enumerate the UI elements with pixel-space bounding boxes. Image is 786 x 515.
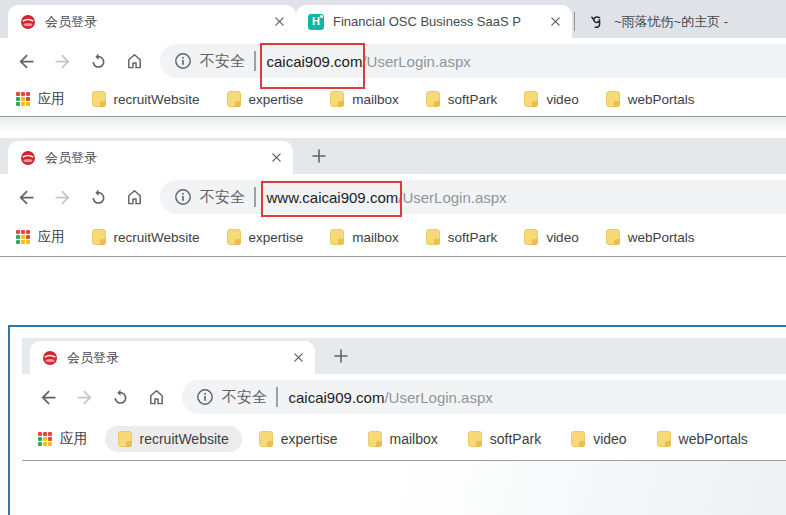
security-label: 不安全 <box>200 52 245 71</box>
bookmark-mailbox[interactable]: mailbox <box>330 229 399 245</box>
url-domain: www.caicai909.com <box>267 189 399 206</box>
apps-grid-icon <box>16 92 30 106</box>
bookmark-recruitwebsite[interactable]: recruitWebsite <box>105 426 242 452</box>
apps-grid-icon <box>38 432 52 446</box>
folder-icon <box>330 229 344 245</box>
page-content-strip <box>0 117 786 130</box>
info-icon[interactable] <box>174 52 192 70</box>
bookmark-label: 应用 <box>60 430 88 448</box>
folder-icon <box>227 229 241 245</box>
url-path: /UserLogin.aspx <box>398 189 506 206</box>
folder-icon <box>606 91 620 107</box>
forward-icon[interactable] <box>44 44 80 78</box>
folder-icon <box>524 229 538 245</box>
bookmarks-bar: 应用 recruitWebsite expertise mailbox soft… <box>22 420 786 460</box>
bookmark-label: 应用 <box>38 90 65 108</box>
bookmark-expertise[interactable]: expertise <box>259 431 338 447</box>
bookmark-mailbox[interactable]: mailbox <box>368 431 438 447</box>
reload-icon[interactable] <box>80 180 116 214</box>
close-tab-icon[interactable] <box>267 149 285 167</box>
bookmark-recruitwebsite[interactable]: recruitWebsite <box>92 229 200 245</box>
tab-separator <box>574 12 575 31</box>
bookmark-video[interactable]: video <box>571 431 626 447</box>
tab-title: 会员登录 <box>45 149 258 167</box>
bookmark-label: recruitWebsite <box>114 92 200 107</box>
toolbar: 不安全 caicai909.com /UserLogin.aspx <box>0 38 786 84</box>
folder-icon <box>259 431 273 447</box>
folder-icon <box>118 431 132 447</box>
home-icon[interactable] <box>116 44 152 78</box>
h-logo-favicon: H <box>308 14 324 30</box>
bookmark-label: video <box>546 92 578 107</box>
bookmark-webportals[interactable]: webPortals <box>657 431 748 447</box>
bookmark-label: webPortals <box>628 92 695 107</box>
url-divider <box>276 387 278 407</box>
folder-icon <box>426 91 440 107</box>
new-tab-icon[interactable] <box>305 142 333 170</box>
bookmark-webportals[interactable]: webPortals <box>606 91 695 107</box>
info-icon[interactable] <box>196 388 214 406</box>
url-divider <box>254 187 256 207</box>
address-bar[interactable]: 不安全 caicai909.com /UserLogin.aspx <box>182 380 786 414</box>
bookmark-label: softPark <box>448 230 498 245</box>
url-divider <box>254 51 256 71</box>
close-tab-icon[interactable] <box>546 13 564 31</box>
tab-member-login[interactable]: 会员登录 <box>8 5 296 38</box>
bookmark-softpark[interactable]: softPark <box>426 91 498 107</box>
bookmark-softpark[interactable]: softPark <box>426 229 498 245</box>
info-icon[interactable] <box>174 188 192 206</box>
folder-icon <box>657 431 671 447</box>
browser-window-1: 会员登录 H Financial OSC Business SaaS P ~雨落… <box>0 0 786 130</box>
bookmark-label: mailbox <box>390 431 438 447</box>
screenshot-collage: 会员登录 H Financial OSC Business SaaS P ~雨落… <box>0 0 786 515</box>
apps-shortcut[interactable]: 应用 <box>38 430 88 448</box>
bookmark-label: recruitWebsite <box>140 431 229 447</box>
back-icon[interactable] <box>30 380 66 414</box>
bookmark-label: video <box>546 230 578 245</box>
folder-icon <box>92 229 106 245</box>
new-tab-icon[interactable] <box>327 342 355 370</box>
url-path: /UserLogin.aspx <box>362 53 470 70</box>
bookmark-mailbox[interactable]: mailbox <box>330 91 399 107</box>
bookmark-label: softPark <box>448 92 498 107</box>
tab-strip: 会员登录 H Financial OSC Business SaaS P ~雨落… <box>0 0 786 38</box>
folder-icon <box>571 431 585 447</box>
collage-gap <box>0 257 786 327</box>
address-bar[interactable]: 不安全 www.caicai909.com /UserLogin.aspx <box>160 180 786 214</box>
toolbar: 不安全 caicai909.com /UserLogin.aspx <box>22 374 786 420</box>
bookmark-webportals[interactable]: webPortals <box>606 229 695 245</box>
reload-icon[interactable] <box>102 380 138 414</box>
forward-icon[interactable] <box>44 180 80 214</box>
reload-icon[interactable] <box>80 44 116 78</box>
bookmark-video[interactable]: video <box>524 229 578 245</box>
folder-icon <box>468 431 482 447</box>
apps-shortcut[interactable]: 应用 <box>16 228 65 246</box>
address-bar[interactable]: 不安全 caicai909.com /UserLogin.aspx <box>160 44 786 78</box>
back-icon[interactable] <box>8 180 44 214</box>
bookmark-label: 应用 <box>38 228 65 246</box>
red-ball-favicon <box>42 350 58 366</box>
close-tab-icon[interactable] <box>289 349 307 367</box>
back-icon[interactable] <box>8 44 44 78</box>
apps-shortcut[interactable]: 应用 <box>16 90 65 108</box>
security-label: 不安全 <box>222 388 267 407</box>
bookmark-video[interactable]: video <box>524 91 578 107</box>
folder-icon <box>92 91 106 107</box>
home-icon[interactable] <box>116 180 152 214</box>
tab-homepage[interactable]: ~雨落忧伤~的主页 - <box>585 5 786 38</box>
browser-window-2: 会员登录 <box>0 138 786 257</box>
bookmark-softpark[interactable]: softPark <box>468 431 541 447</box>
tab-member-login[interactable]: 会员登录 <box>30 341 315 374</box>
url-domain: caicai909.com <box>267 53 363 70</box>
bookmark-recruitwebsite[interactable]: recruitWebsite <box>92 91 200 107</box>
red-ball-favicon <box>20 14 36 30</box>
tab-member-login[interactable]: 会员登录 <box>8 141 293 174</box>
bookmark-label: expertise <box>249 92 304 107</box>
forward-icon[interactable] <box>66 380 102 414</box>
bookmark-expertise[interactable]: expertise <box>227 91 304 107</box>
bookmark-expertise[interactable]: expertise <box>227 229 304 245</box>
tab-financial-saas[interactable]: H Financial OSC Business SaaS P <box>296 5 572 38</box>
close-tab-icon[interactable] <box>270 13 288 31</box>
folder-icon <box>524 91 538 107</box>
home-icon[interactable] <box>138 380 174 414</box>
